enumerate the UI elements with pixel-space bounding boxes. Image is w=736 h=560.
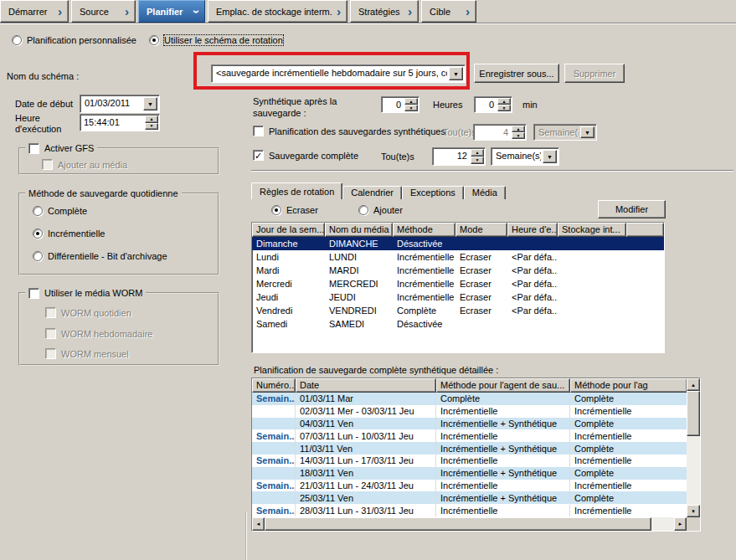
checkbox-icon: ✓ xyxy=(42,159,53,170)
radio-icon xyxy=(358,205,368,215)
radio-icon xyxy=(33,206,43,216)
full-unit-select[interactable]: Semaine(s) ▼ xyxy=(491,147,559,166)
radio-differentielle[interactable]: Différentielle - Bit d'archivage xyxy=(33,251,167,261)
rotation-row-jeudi[interactable]: Jeudi JEUDI Incrémentielle Ecraser <Par … xyxy=(252,290,664,304)
nav-tab-source[interactable]: Source › xyxy=(71,0,136,23)
detail-row[interactable]: Semain... 21/03/11 Lun - 24/03/11 Jeu In… xyxy=(252,480,687,492)
spin-up-icon[interactable]: ▲ xyxy=(404,98,418,105)
dropdown-arrow-icon[interactable]: ▼ xyxy=(449,67,463,80)
scroll-right-icon[interactable]: ► xyxy=(674,517,687,531)
tab-media[interactable]: Média xyxy=(464,186,506,199)
save-as-button[interactable]: Enregistrer sous... xyxy=(474,64,559,83)
dropdown-arrow-icon[interactable]: ▼ xyxy=(143,97,157,110)
activer-gfs-checkbox[interactable]: ✓ Activer GFS xyxy=(25,142,97,154)
start-date-select[interactable]: 01/03/2011 ▼ xyxy=(80,95,160,113)
scroll-left-icon[interactable]: ◄ xyxy=(252,517,265,531)
spin-down-icon[interactable]: ▼ xyxy=(145,123,158,131)
dropdown-arrow-icon[interactable]: ▼ xyxy=(543,150,557,163)
vertical-scrollbar[interactable]: ▲ ▼ xyxy=(687,378,700,517)
detail-row[interactable]: Semain... 01/03/11 Mar Complète Complète xyxy=(252,393,687,405)
spin-down-icon[interactable]: ▼ xyxy=(471,157,484,164)
radio-utiliser-schema-rotation[interactable]: Utiliser le schéma de rotation xyxy=(149,35,283,45)
plan-interval-spinner: 4 ▲ ▼ xyxy=(473,124,527,141)
col-numero[interactable]: Numéro... xyxy=(252,378,296,393)
sauvegarde-complete-checkbox[interactable]: ✓ Sauvegarde complète xyxy=(253,150,358,161)
worm-quotidien-checkbox: ✓ WORM quotidien xyxy=(45,307,131,318)
schema-name-select[interactable]: <sauvegarde incrémentielle hebdomadaire … xyxy=(211,64,466,83)
full-interval-spinner[interactable]: 12 ▲ ▼ xyxy=(432,147,486,166)
detail-row[interactable]: 04/03/11 Ven Incrémentielle + Synthétiqu… xyxy=(252,418,687,430)
cell-numero xyxy=(252,491,296,504)
nav-tab-strategies[interactable]: Stratégies › xyxy=(350,0,419,23)
synthetic-minutes-spinner[interactable]: 0 ▲ ▼ xyxy=(474,96,512,113)
start-date-label: Date de début xyxy=(15,99,73,110)
detail-row[interactable]: 02/03/11 Mer - 03/03/11 Jeu Incrémentiel… xyxy=(252,405,687,418)
worm-group: ✓ Utiliser le média WORM ✓ WORM quotidie… xyxy=(18,292,219,366)
full-every-label: Tou(te)s xyxy=(381,152,414,162)
radio-ecraser[interactable]: Ecraser xyxy=(271,205,318,215)
cell-jour: Samedi xyxy=(252,319,325,329)
nav-tab-cible[interactable]: Cible › xyxy=(421,0,476,23)
rotation-row-lundi[interactable]: Lundi LUNDI Incrémentielle Ecraser <Par … xyxy=(252,250,664,264)
cell-numero xyxy=(252,405,296,418)
radio-complete[interactable]: Complète xyxy=(33,206,87,216)
detail-row[interactable]: Semain... 14/03/11 Lun - 17/03/11 Jeu In… xyxy=(252,455,687,467)
spin-up-icon[interactable]: ▲ xyxy=(471,149,484,157)
col-methode-autre[interactable]: Méthode pour l'ag xyxy=(570,378,687,393)
detail-row[interactable]: 18/03/11 Ven Incrémentielle + Synthétiqu… xyxy=(252,467,687,480)
detail-row[interactable]: 25/03/11 Ven Incrémentielle + Synthétiqu… xyxy=(252,491,687,504)
col-date[interactable]: Date xyxy=(296,378,436,393)
detail-row[interactable]: 11/03/11 Ven Incrémentielle + Synthétiqu… xyxy=(252,442,687,455)
cell-jour: Jeudi xyxy=(252,292,325,302)
checkbox-icon: ✓ xyxy=(28,288,39,299)
radio-planification-personnalisee[interactable]: Planification personnalisée xyxy=(12,35,136,45)
spin-up-icon[interactable]: ▲ xyxy=(145,116,158,123)
daily-method-title: Méthode de sauvegarde quotidienne xyxy=(25,188,182,199)
col-jour[interactable]: Jour de la sem... xyxy=(252,223,325,237)
scroll-up-icon[interactable]: ▲ xyxy=(687,378,700,391)
utiliser-media-worm-checkbox[interactable]: ✓ Utiliser le média WORM xyxy=(25,287,146,299)
modify-button[interactable]: Modifier xyxy=(598,200,666,218)
checkbox-icon: ✓ xyxy=(28,143,39,154)
rotation-row-mardi[interactable]: Mardi MARDI Incrémentielle Ecraser <Par … xyxy=(252,264,664,277)
rotation-row-samedi[interactable]: Samedi SAMEDI Désactivée xyxy=(252,317,664,331)
col-methode[interactable]: Méthode xyxy=(393,223,455,237)
scrollbar-thumb[interactable] xyxy=(265,517,651,531)
checkbox-icon: ✓ xyxy=(45,307,56,318)
rotation-row-mercredi[interactable]: Mercredi MERCREDI Incrémentielle Ecraser… xyxy=(252,277,664,290)
tab-calendrier[interactable]: Calendrier xyxy=(342,186,402,199)
scrollbar-thumb[interactable] xyxy=(687,391,700,436)
col-stockage[interactable]: Stockage int... xyxy=(558,223,626,237)
horizontal-scrollbar[interactable]: ◄ ► xyxy=(252,517,687,531)
cell-methode-autre: Incrémentielle xyxy=(570,504,685,516)
col-nom-media[interactable]: Nom du média xyxy=(325,223,393,237)
nav-tab-emplacement[interactable]: Emplac. de stockage interm. › xyxy=(208,0,347,23)
radio-label: Ajouter xyxy=(373,205,403,215)
spin-down-icon[interactable]: ▼ xyxy=(404,105,418,111)
tab-regles-de-rotation[interactable]: Règles de rotation xyxy=(251,182,342,199)
spin-up-icon[interactable]: ▲ xyxy=(497,98,511,105)
synthetic-hours-spinner[interactable]: 0 ▲ ▼ xyxy=(381,96,419,113)
cell-media: LUNDI xyxy=(325,252,393,262)
col-methode-agent[interactable]: Méthode pour l'agent de sau... xyxy=(436,378,570,393)
detail-row[interactable]: Semain... 07/03/11 Lun - 10/03/11 Jeu In… xyxy=(252,429,687,442)
radio-incrementielle[interactable]: Incrémentielle xyxy=(33,229,105,239)
nav-tab-demarrer[interactable]: Démarrer › xyxy=(0,0,69,23)
radio-ajouter[interactable]: Ajouter xyxy=(358,205,403,215)
spin-down-icon[interactable]: ▼ xyxy=(497,105,511,111)
scroll-down-icon[interactable]: ▼ xyxy=(687,505,700,517)
planification-synthetiques-checkbox[interactable]: ✓ Planification des sauvegardes synthéti… xyxy=(253,126,445,136)
col-heure[interactable]: Heure d'e... xyxy=(507,223,558,237)
spin-down-icon: ▼ xyxy=(512,132,525,139)
tab-exceptions[interactable]: Exceptions xyxy=(402,186,464,199)
detail-row[interactable]: Semain... 28/03/11 Lun - 31/03/11 Jeu In… xyxy=(252,504,687,516)
exec-time-spinner[interactable]: 15:44:01 ▲ ▼ xyxy=(80,114,160,131)
rotation-row-vendredi[interactable]: Vendredi VENDREDI Complète Ecraser <Par … xyxy=(252,304,664,317)
rotation-row-dimanche[interactable]: Dimanche DIMANCHE Désactivée xyxy=(252,237,664,250)
cell-methode-agent: Incrémentielle + Synthétique xyxy=(436,491,570,504)
nav-tab-label: Planifier xyxy=(147,7,183,17)
nav-tab-planifier[interactable]: Planifier › xyxy=(138,0,205,23)
cell-methode-agent: Incrémentielle xyxy=(436,455,570,467)
full-unit-value: Semaine(s) xyxy=(492,148,541,165)
col-mode[interactable]: Mode xyxy=(455,223,507,237)
